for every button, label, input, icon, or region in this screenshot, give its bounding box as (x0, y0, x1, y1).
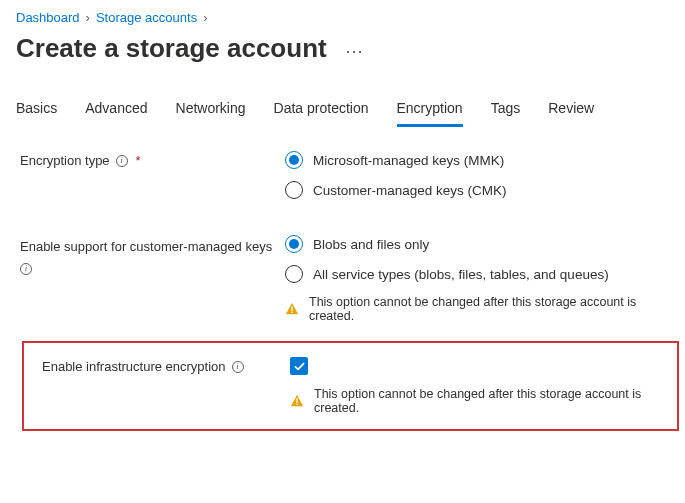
breadcrumb-dashboard[interactable]: Dashboard (16, 10, 80, 25)
tab-tags[interactable]: Tags (491, 94, 521, 127)
infra-encryption-label: Enable infrastructure encryption (42, 359, 226, 374)
radio-blobs-files-label: Blobs and files only (313, 237, 429, 252)
breadcrumb-storage-accounts[interactable]: Storage accounts (96, 10, 197, 25)
info-icon[interactable]: i (116, 155, 128, 167)
encryption-type-label: Encryption type (20, 153, 110, 168)
info-icon[interactable]: i (20, 263, 32, 275)
tab-basics[interactable]: Basics (16, 94, 57, 127)
radio-blobs-files[interactable] (285, 235, 303, 253)
info-icon[interactable]: i (232, 361, 244, 373)
cmk-support-label: Enable support for customer-managed keys (20, 237, 272, 257)
tab-data-protection[interactable]: Data protection (274, 94, 369, 127)
tab-review[interactable]: Review (548, 94, 594, 127)
chevron-right-icon: › (203, 10, 207, 25)
warning-icon (290, 394, 304, 408)
tab-advanced[interactable]: Advanced (85, 94, 147, 127)
infra-encryption-checkbox[interactable] (290, 357, 308, 375)
radio-mmk-label: Microsoft-managed keys (MMK) (313, 153, 504, 168)
radio-all-types-label: All service types (blobs, files, tables,… (313, 267, 609, 282)
cmk-support-warning: This option cannot be changed after this… (309, 295, 681, 323)
breadcrumb: Dashboard › Storage accounts › (0, 0, 685, 29)
required-indicator: * (136, 153, 141, 168)
radio-mmk[interactable] (285, 151, 303, 169)
radio-cmk-label: Customer-managed keys (CMK) (313, 183, 507, 198)
tab-encryption[interactable]: Encryption (397, 94, 463, 127)
chevron-right-icon: › (86, 10, 90, 25)
tabs: Basics Advanced Networking Data protecti… (0, 76, 685, 127)
svg-rect-0 (291, 306, 292, 310)
radio-all-types[interactable] (285, 265, 303, 283)
warning-icon (285, 302, 299, 316)
radio-cmk[interactable] (285, 181, 303, 199)
infra-encryption-warning: This option cannot be changed after this… (314, 387, 675, 415)
more-actions-button[interactable]: ⋯ (339, 38, 371, 64)
svg-rect-2 (296, 398, 297, 402)
infra-encryption-highlight: Enable infrastructure encryption i This … (22, 341, 679, 431)
svg-rect-3 (296, 404, 297, 405)
tab-networking[interactable]: Networking (176, 94, 246, 127)
svg-rect-1 (291, 312, 292, 313)
page-title: Create a storage account (16, 33, 327, 64)
